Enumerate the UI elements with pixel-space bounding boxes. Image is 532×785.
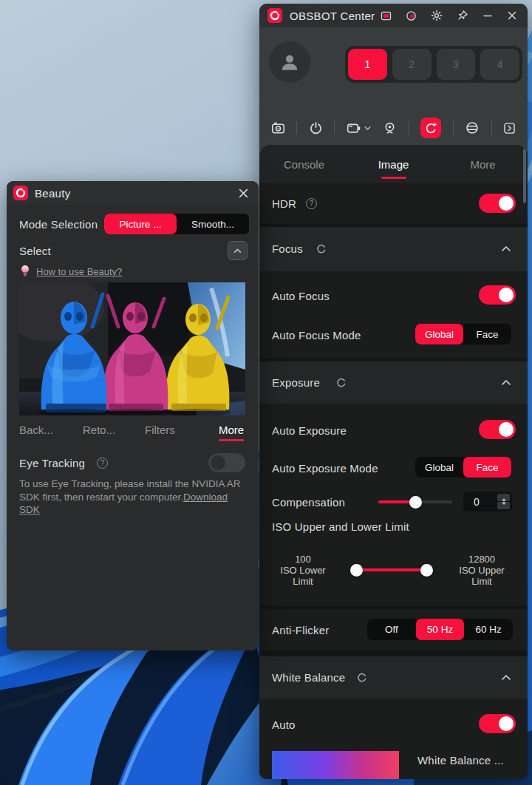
user-icon bbox=[277, 50, 302, 75]
tab-more[interactable]: More bbox=[438, 145, 528, 183]
exposure-mode-global[interactable]: Global bbox=[415, 457, 463, 478]
compensation-input[interactable]: 0 bbox=[463, 492, 512, 512]
avatar[interactable] bbox=[269, 41, 310, 83]
power-icon[interactable] bbox=[309, 121, 323, 135]
tab-background[interactable]: Back... bbox=[19, 424, 53, 436]
iso-limit-title: ISO Upper and Lower Limit bbox=[272, 520, 409, 533]
hdr-help-icon[interactable]: ? bbox=[306, 198, 317, 209]
iso-lower-thumb[interactable] bbox=[350, 564, 363, 577]
eye-tracking-label: Eye Tracking bbox=[19, 457, 85, 469]
bulb-icon bbox=[20, 265, 30, 277]
anti-flicker-off[interactable]: Off bbox=[367, 619, 416, 640]
iso-upper-value: 12800 bbox=[451, 554, 513, 565]
chevron-up-icon bbox=[233, 246, 242, 256]
compensation-increment-button[interactable] bbox=[497, 494, 510, 501]
tab-filters[interactable]: Filters bbox=[145, 424, 175, 436]
focus-mode-face[interactable]: Face bbox=[463, 324, 511, 344]
active-tab-underline bbox=[381, 177, 406, 179]
preset-button-2[interactable]: 2 bbox=[392, 49, 432, 80]
focus-section-title: Focus bbox=[272, 242, 303, 255]
wb-auto-label: Auto bbox=[272, 718, 296, 731]
auto-exposure-toggle[interactable] bbox=[479, 420, 516, 439]
eye-tracking-help-icon[interactable]: ? bbox=[97, 458, 108, 469]
tab-console[interactable]: Console bbox=[259, 145, 349, 183]
compensation-label: Compensation bbox=[272, 496, 345, 509]
chevron-down-icon[interactable] bbox=[364, 124, 372, 132]
mode-picture[interactable]: Picture ... bbox=[104, 214, 177, 234]
exposure-section-title: Exposure bbox=[272, 376, 320, 389]
obsbot-titlebar[interactable]: OBSBOT Center bbox=[259, 4, 528, 27]
white-balance-section-title: White Balance bbox=[272, 671, 345, 684]
record-icon[interactable] bbox=[406, 10, 417, 21]
anti-flicker-switch: Off 50 Hz 60 Hz bbox=[367, 619, 513, 640]
close-icon[interactable] bbox=[507, 10, 517, 21]
beauty-mode-switch: Picture ... Smooth... bbox=[104, 214, 249, 234]
pin-icon[interactable] bbox=[457, 10, 468, 21]
device-select-icon[interactable] bbox=[347, 121, 362, 135]
auto-exposure-label: Auto Exposure bbox=[272, 424, 347, 437]
auto-focus-toggle[interactable] bbox=[479, 285, 516, 305]
iso-lower-value: 100 bbox=[272, 554, 334, 565]
hdr-toggle[interactable] bbox=[479, 194, 516, 213]
settings-gear-icon[interactable] bbox=[431, 10, 443, 21]
auto-exposure-mode-switch: Global Face bbox=[415, 457, 511, 478]
select-label: Select bbox=[19, 245, 51, 257]
beauty-titlebar[interactable]: Beauty bbox=[7, 181, 259, 205]
anti-flicker-label: Anti-Flicker bbox=[272, 624, 329, 636]
tab-image[interactable]: Image bbox=[349, 145, 438, 183]
iso-upper-block: 12800 ISO Upper Limit bbox=[451, 554, 513, 587]
gimbal-sphere-icon[interactable] bbox=[465, 120, 480, 135]
snapshot-camera-icon[interactable] bbox=[271, 121, 285, 135]
compensation-decrement-button[interactable] bbox=[497, 502, 510, 509]
toolbar-divider bbox=[296, 121, 297, 135]
beauty-preview-image bbox=[19, 282, 245, 415]
obsbot-center-window: OBSBOT Center bbox=[259, 4, 528, 779]
hdr-label: HDR bbox=[272, 197, 296, 210]
anti-flicker-60hz[interactable]: 60 Hz bbox=[464, 619, 513, 640]
window-title: OBSBOT Center bbox=[290, 10, 375, 22]
compensation-slider-thumb[interactable] bbox=[409, 496, 422, 509]
toolbar-divider bbox=[334, 121, 335, 135]
focus-collapse-icon[interactable] bbox=[500, 243, 512, 255]
compensation-value: 0 bbox=[463, 496, 497, 508]
tab-more-beauty[interactable]: More bbox=[219, 424, 244, 436]
exposure-reset-icon[interactable] bbox=[335, 377, 347, 389]
eye-tracking-notice: To use Eye Tracking, please install the … bbox=[19, 478, 244, 517]
focus-mode-global[interactable]: Global bbox=[415, 324, 463, 344]
obsbot-logo-icon bbox=[13, 186, 28, 200]
close-icon[interactable] bbox=[238, 188, 249, 199]
mode-selection-label: Mode Selection bbox=[19, 218, 98, 231]
exposure-mode-face[interactable]: Face bbox=[463, 457, 511, 478]
exposure-collapse-icon[interactable] bbox=[500, 377, 512, 389]
wb-gradient-bar[interactable] bbox=[272, 751, 399, 779]
eye-tracking-toggle[interactable] bbox=[208, 453, 245, 472]
preset-button-4[interactable]: 4 bbox=[480, 49, 519, 80]
beauty-tab-underline bbox=[219, 439, 244, 441]
auto-focus-mode-label: Auto Focus Mode bbox=[272, 329, 361, 341]
iso-upper-thumb[interactable] bbox=[420, 564, 433, 577]
beauty-window-title: Beauty bbox=[35, 187, 71, 200]
wb-dropdown-label[interactable]: White Balance ... bbox=[417, 754, 504, 767]
tab-retouch[interactable]: Reto... bbox=[83, 424, 115, 436]
mode-smooth[interactable]: Smooth... bbox=[177, 214, 249, 234]
white-balance-reset-icon[interactable] bbox=[356, 672, 368, 684]
focus-reset-icon[interactable] bbox=[316, 243, 327, 255]
settings-panel: Console Image More HDR ? Focus Auto Focu… bbox=[259, 145, 528, 779]
collapse-panel-icon[interactable] bbox=[503, 122, 516, 135]
minimize-icon[interactable] bbox=[482, 10, 493, 21]
obsbot-logo-icon bbox=[267, 8, 282, 23]
panel-scrollbar[interactable] bbox=[523, 149, 526, 203]
webcam-icon[interactable] bbox=[383, 121, 397, 135]
preset-button-1[interactable]: 1 bbox=[348, 49, 387, 80]
virtual-camera-icon[interactable] bbox=[381, 10, 392, 21]
white-balance-collapse-icon[interactable] bbox=[500, 672, 512, 684]
wb-auto-toggle[interactable] bbox=[479, 714, 516, 733]
preset-button-3[interactable]: 3 bbox=[437, 49, 476, 80]
iso-range-track[interactable] bbox=[356, 568, 426, 571]
iso-upper-label2: Limit bbox=[451, 576, 513, 587]
ai-tracking-button[interactable] bbox=[420, 118, 441, 138]
iso-lower-label: ISO Lower bbox=[272, 565, 334, 576]
anti-flicker-50hz[interactable]: 50 Hz bbox=[416, 619, 465, 640]
select-collapse-button[interactable] bbox=[228, 241, 248, 260]
how-to-use-beauty-link[interactable]: How to use Beauty? bbox=[36, 266, 122, 277]
